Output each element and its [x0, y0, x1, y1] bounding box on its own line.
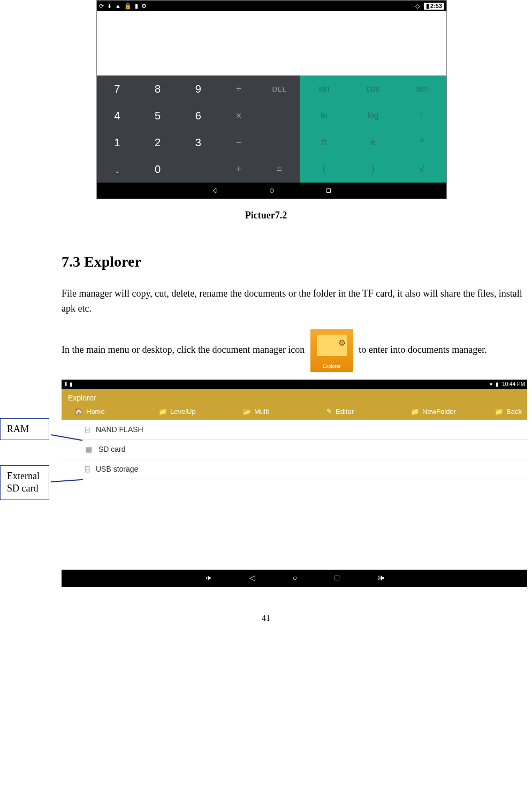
android-statusbar: ⟳ ⬇ ▲ 🔒 ▮ ⚙ ◇ ▮ 2:53: [97, 1, 446, 11]
calculator-screenshot: ⟳ ⬇ ▲ 🔒 ▮ ⚙ ◇ ▮ 2:53 7 8 9 ÷ D: [96, 0, 447, 199]
download-icon: ⬇: [107, 3, 112, 10]
key-7[interactable]: 7: [97, 75, 138, 102]
home-icon: 🏠: [74, 407, 83, 415]
key-plus[interactable]: +: [218, 156, 259, 183]
nav-recent-icon[interactable]: [324, 186, 333, 195]
nav-recent-icon[interactable]: □: [335, 574, 339, 583]
key-8[interactable]: 8: [138, 75, 178, 102]
callout-sd-line2: SD card: [7, 483, 38, 494]
newfolder-icon: 📁: [411, 407, 419, 415]
figure-caption-1: Pictuer7.2: [0, 210, 532, 221]
key-delete[interactable]: DEL: [259, 75, 300, 102]
android-navbar: [97, 183, 446, 199]
callout-sd-line1: External: [7, 471, 40, 481]
key-4[interactable]: 4: [97, 102, 138, 129]
paragraph-2-pre: In the main menu or desktop, click the d…: [62, 344, 307, 355]
gear-icon: ⚙: [338, 337, 348, 346]
sdcard-icon: ▤: [85, 445, 92, 453]
key-9[interactable]: 9: [178, 75, 219, 102]
key-rparen[interactable]: ): [348, 156, 397, 183]
calculator-display[interactable]: [97, 11, 446, 75]
wifi-icon: ◇: [415, 3, 420, 10]
key-blank-1: [259, 102, 300, 129]
explorer-screenshot: ⬇ ▮ ▾ ▮ 10:44 PM Explorer 🏠 Home 📁 Level…: [62, 380, 527, 587]
key-log[interactable]: log: [348, 102, 397, 129]
key-divide[interactable]: ÷: [218, 75, 259, 102]
list-item-usb-label: USB storage: [96, 465, 138, 473]
key-blank-2: [259, 129, 300, 156]
download-icon: ⬇: [64, 381, 68, 387]
key-fact[interactable]: !: [398, 102, 446, 129]
explorer-app-icon: ⚙: [310, 329, 353, 372]
debug-icon: ⚙: [141, 3, 147, 10]
key-cos[interactable]: cos: [348, 75, 397, 102]
toolbar-newfolder[interactable]: 📁 NewFolder: [411, 407, 489, 415]
nav-home-icon[interactable]: [268, 186, 276, 195]
android-navbar-2: 🕩 ◁ ○ □ 🕪: [62, 570, 527, 587]
sd-icon: ▮: [135, 3, 138, 10]
toolbar-editor[interactable]: ✎ Editor: [326, 407, 405, 415]
back-icon: 📁: [495, 407, 503, 415]
key-pi[interactable]: π: [300, 129, 348, 156]
multi-icon: 📂: [242, 407, 251, 415]
battery-icon: ▮: [426, 3, 429, 10]
key-2[interactable]: 2: [138, 129, 178, 156]
list-item-usb[interactable]: ⌸ USB storage: [62, 459, 527, 479]
key-5[interactable]: 5: [138, 102, 178, 129]
toolbar-home[interactable]: 🏠 Home: [74, 407, 153, 415]
callout-ram: RAM: [0, 418, 49, 440]
paragraph-1: File manager will copy, cut, delete, ren…: [62, 286, 532, 316]
explorer-toolbar: 🏠 Home 📁 LevelUp 📂 Multi ✎ Editor 📁: [62, 405, 527, 420]
toolbar-back[interactable]: 📁 Back: [495, 407, 522, 415]
paragraph-2-post: to enter into documents manager.: [359, 344, 487, 355]
key-lparen[interactable]: (: [300, 156, 348, 183]
nav-back-icon[interactable]: [211, 186, 219, 195]
key-pow[interactable]: ^: [398, 129, 446, 156]
key-blank-3: [178, 156, 219, 183]
edit-icon: ✎: [326, 407, 332, 415]
rotate-icon: ⟳: [99, 3, 104, 10]
lock-icon: 🔒: [124, 3, 132, 10]
battery-icon: ▮: [496, 381, 499, 387]
list-item-nand-label: NAND FLASH: [96, 425, 143, 434]
key-6[interactable]: 6: [178, 102, 219, 129]
callout-ram-label: RAM: [7, 424, 29, 434]
key-sqrt[interactable]: √: [398, 156, 446, 183]
scientific-keypad: sin cos tan ln log ! π e ^ ( ) √: [300, 75, 446, 183]
volume-up-icon[interactable]: 🕪: [377, 574, 384, 583]
warning-icon: ▲: [115, 3, 121, 9]
explorer-list: ⌸ NAND FLASH ▤ SD card ⌸ USB storage: [62, 420, 527, 570]
numeric-keypad: 7 8 9 ÷ DEL 4 5 6 × 1 2 3 − . 0 + =: [97, 75, 300, 183]
key-e[interactable]: e: [348, 129, 397, 156]
wifi-icon: ▾: [490, 381, 492, 387]
toolbar-levelup[interactable]: 📁 LevelUp: [158, 407, 237, 415]
nav-home-icon[interactable]: ○: [293, 574, 297, 583]
list-item-sdcard-label: SD card: [98, 445, 126, 453]
key-ln[interactable]: ln: [300, 102, 348, 129]
drive-icon: ⌸: [85, 425, 89, 434]
android-statusbar-2: ⬇ ▮ ▾ ▮ 10:44 PM: [62, 380, 527, 389]
toolbar-editor-label: Editor: [336, 407, 354, 415]
volume-down-icon[interactable]: 🕩: [204, 574, 212, 583]
key-dot[interactable]: .: [97, 156, 138, 183]
folder-up-icon: 📁: [158, 407, 167, 415]
key-1[interactable]: 1: [97, 129, 138, 156]
clock-text-2: 10:44 PM: [502, 381, 525, 387]
nav-back-icon[interactable]: ◁: [249, 573, 255, 583]
page-number: 41: [0, 614, 532, 623]
key-3[interactable]: 3: [178, 129, 219, 156]
key-0[interactable]: 0: [138, 156, 178, 183]
key-multiply[interactable]: ×: [218, 102, 259, 129]
list-item-nand[interactable]: ⌸ NAND FLASH: [62, 420, 527, 440]
list-item-sdcard[interactable]: ▤ SD card: [62, 440, 527, 459]
toolbar-multi-label: Multi: [254, 407, 269, 415]
key-sin[interactable]: sin: [300, 75, 348, 102]
clock-text: 2:53: [430, 3, 442, 9]
key-minus[interactable]: −: [218, 129, 259, 156]
svg-point-0: [270, 189, 273, 193]
toolbar-newfolder-label: NewFolder: [422, 407, 456, 415]
key-equals[interactable]: =: [259, 156, 300, 183]
key-tan[interactable]: tan: [398, 75, 446, 102]
toolbar-multi[interactable]: 📂 Multi: [242, 407, 321, 415]
svg-rect-1: [326, 189, 330, 193]
